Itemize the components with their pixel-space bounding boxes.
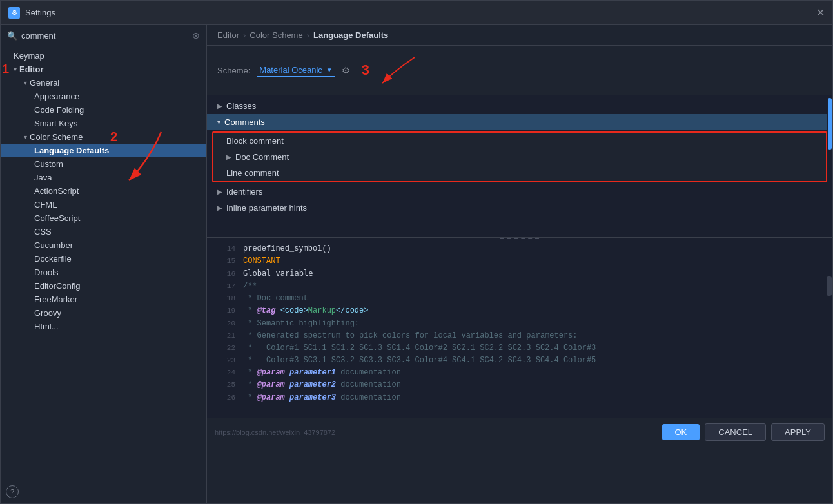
line-num-20: 20 (217, 318, 235, 330)
line-num-26: 26 (217, 393, 235, 404)
bottom-bar: https://blog.csdn.net/weixin_43797872 OK… (207, 418, 832, 446)
sidebar-item-editorconfig[interactable]: EditorConfig (1, 279, 206, 293)
code-line-15: 15 CONSTANT (217, 255, 822, 267)
search-input[interactable] (21, 31, 188, 41)
tree-item-classes[interactable]: ▶ Classes (207, 98, 832, 114)
code-line-24: 24 * @param parameter1 documentation (217, 367, 822, 379)
code-scrollbar-thumb[interactable] (827, 276, 832, 296)
code-text-24d: parameter1 (289, 367, 336, 379)
sidebar-item-general[interactable]: ▾ General (1, 76, 206, 90)
tree-item-identifiers[interactable]: ▶ Identifiers (207, 184, 832, 200)
code-text-15: CONSTANT (243, 255, 280, 267)
tree-scrollbar-thumb[interactable] (828, 98, 832, 150)
sidebar-item-freemarker[interactable]: FreeMarker (1, 293, 206, 306)
sidebar-item-appearance-label: Appearance (34, 92, 79, 101)
sidebar-item-dockerfile[interactable]: Dockerfile (1, 252, 206, 266)
sidebar-item-html[interactable]: Html... (1, 320, 206, 333)
search-clear-button[interactable]: ⊗ (192, 30, 200, 41)
sidebar-item-coffeescript[interactable]: CoffeeScript (1, 211, 206, 225)
sidebar-item-editor[interactable]: ▾ Editor (1, 63, 206, 76)
line-num-21: 21 (217, 331, 235, 342)
code-line-20: 20 * Semantic highlighting: (217, 318, 822, 330)
code-text-19d: <code> (280, 305, 308, 317)
sidebar-item-smart-keys[interactable]: Smart Keys (1, 117, 206, 130)
tree-label-doc-comment: Doc Comment (235, 152, 289, 162)
code-line-14: 14 predefined_symbol() (217, 243, 822, 255)
tree-label-comments: Comments (224, 117, 265, 127)
line-num-15: 15 (217, 256, 235, 267)
tree-item-inline-hints[interactable]: ▶ Inline parameter hints (207, 200, 832, 216)
code-text-26c (285, 392, 289, 404)
code-text-19c (275, 305, 280, 317)
sidebar-item-cfml[interactable]: CFML (1, 198, 206, 211)
sidebar-item-color-scheme[interactable]: ▾ Color Scheme (1, 130, 206, 144)
scheme-bar: Scheme: Material Oceanic ▼ ⚙ 3 (207, 46, 832, 95)
arrow-annotation-3 (376, 51, 453, 90)
sidebar-item-drools[interactable]: Drools (1, 266, 206, 279)
code-text-19a: * (243, 305, 257, 317)
code-line-22: 22 * Color#1 SC1.1 SC1.2 SC1.3 SC1.4 Col… (217, 342, 822, 354)
code-text-17: /** (243, 280, 257, 293)
tree-item-block-comment[interactable]: Block comment (213, 133, 826, 149)
sidebar-item-keymap[interactable]: Keymap (1, 49, 206, 63)
sidebar-item-actionscript[interactable]: ActionScript (1, 184, 206, 198)
sidebar-item-groovy[interactable]: Groovy (1, 306, 206, 320)
close-button[interactable]: ✕ (816, 8, 825, 17)
apply-button[interactable]: APPLY (771, 423, 825, 441)
editor-chevron: ▾ (14, 66, 17, 73)
line-num-22: 22 (217, 343, 235, 354)
sidebar-item-coffeescript-label: CoffeeScript (34, 213, 80, 223)
line-num-24: 24 (217, 367, 235, 379)
code-preview: 14 predefined_symbol() 15 CONSTANT 16 Gl… (207, 237, 832, 418)
general-chevron: ▾ (24, 79, 27, 86)
sidebar-item-custom-label: Custom (34, 159, 63, 169)
sidebar-item-cucumber[interactable]: Cucumber (1, 238, 206, 252)
ok-button[interactable]: OK (662, 424, 700, 440)
comments-children-box: Block comment ▶ Doc Comment Line comment (212, 131, 827, 182)
help-button[interactable]: ? (6, 485, 19, 498)
breadcrumb-color-scheme: Color Scheme (250, 30, 302, 40)
tree-item-comments[interactable]: ▾ Comments (207, 114, 832, 130)
line-num-17: 17 (217, 281, 235, 293)
color-scheme-chevron: ▾ (24, 133, 27, 141)
resize-handle[interactable] (500, 238, 539, 240)
annotation-2: 2 (110, 130, 117, 144)
code-text-19b: @tag (257, 305, 276, 317)
breadcrumb-sep-2: › (307, 30, 309, 40)
code-line-17: 17 /** (217, 280, 822, 293)
code-line-25: 25 * @param parameter2 documentation (217, 379, 822, 391)
annotation-3: 3 (362, 62, 369, 79)
code-text-24e: documentation (336, 367, 401, 379)
watermark-text: https://blog.csdn.net/weixin_43797872 (215, 429, 335, 436)
scheme-selector[interactable]: Material Oceanic ▼ (257, 64, 335, 77)
code-line-18: 18 * Doc comment (217, 293, 822, 305)
classes-chevron: ▶ (217, 102, 222, 110)
sidebar-item-css[interactable]: CSS (1, 225, 206, 238)
line-num-14: 14 (217, 244, 235, 255)
scheme-label: Scheme: (217, 66, 250, 75)
code-text-24a: * (243, 367, 257, 379)
tree-item-doc-comment[interactable]: ▶ Doc Comment (213, 149, 826, 165)
code-line-16: 16 Global variable (217, 267, 822, 280)
code-text-20: * Semantic highlighting: (243, 318, 359, 330)
code-text-23: * Color#3 SC3.1 SC3.2 SC3.3 SC3.4 Color#… (243, 354, 596, 367)
line-num-23: 23 (217, 355, 235, 367)
tree-item-line-comment[interactable]: Line comment (213, 165, 826, 181)
sidebar-item-code-folding[interactable]: Code Folding (1, 103, 206, 117)
code-text-24c (285, 367, 289, 379)
sidebar-item-language-defaults[interactable]: Language Defaults (1, 144, 206, 157)
code-text-14: predefined_symbol() (243, 243, 331, 255)
sidebar-item-custom[interactable]: Custom (1, 157, 206, 171)
sidebar-item-language-defaults-label: Language Defaults (34, 146, 109, 155)
sidebar-item-appearance[interactable]: Appearance (1, 90, 206, 103)
cancel-button[interactable]: CANCEL (705, 423, 766, 441)
scheme-gear-icon[interactable]: ⚙ (342, 65, 350, 75)
sidebar-item-java[interactable]: Java (1, 171, 206, 184)
sidebar-item-code-folding-label: Code Folding (34, 105, 84, 115)
code-line-21: 21 * Generated spectrum to pick colors f… (217, 330, 822, 342)
doc-comment-chevron: ▶ (226, 153, 231, 160)
code-text-25d: parameter2 (289, 379, 336, 391)
code-text-26e: documentation (336, 392, 401, 404)
sidebar-item-java-label: Java (34, 173, 52, 182)
code-line-26: 26 * @param parameter3 documentation (217, 392, 822, 404)
